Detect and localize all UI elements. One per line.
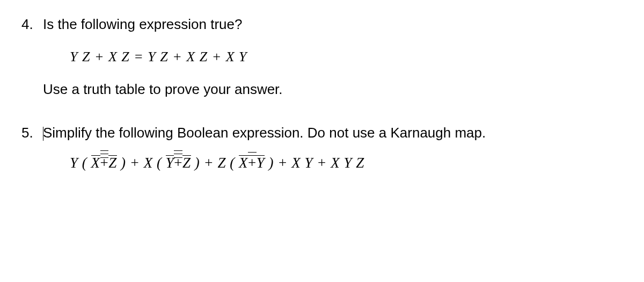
plus-double-bar: + — [248, 155, 257, 171]
problem-4-header: 4. Is the following expression true? — [21, 16, 623, 33]
problem-4-expression: Y Z + X Z = Y Z + X Z + X Y — [70, 49, 623, 65]
problem-5: 5. Simplify the following Boolean expres… — [21, 125, 623, 171]
y-bar: Y — [257, 155, 265, 171]
plus-triple-bar: + — [174, 155, 182, 171]
problem-4: 4. Is the following expression true? Y Z… — [21, 16, 623, 98]
problem-5-header: 5. Simplify the following Boolean expres… — [21, 125, 623, 141]
z-bar: Z — [108, 155, 117, 171]
expr-part: ) + Z ( — [191, 155, 239, 171]
problem-4-instruction: Use a truth table to prove your answer. — [43, 81, 623, 98]
expr-part: ) + X Y + X Y Z — [265, 155, 364, 171]
text-cursor — [43, 127, 43, 141]
problem-5-expression: Y ( X+Z ) + X ( Y+Z ) + Z ( X+Y ) + X Y … — [70, 155, 623, 171]
problem-5-question: Simplify the following Boolean expressio… — [43, 125, 623, 141]
problem-5-number: 5. — [21, 125, 43, 141]
x-bar: X — [239, 155, 248, 171]
expr-part: ) + X ( — [117, 155, 166, 171]
z-bar: Z — [182, 155, 191, 171]
expr-part: Y ( — [70, 155, 91, 171]
plus-triple-bar: + — [100, 155, 109, 171]
problem-4-number: 4. — [21, 16, 43, 33]
problem-5-question-text: Simplify the following Boolean expressio… — [43, 125, 486, 141]
y-bar: Y — [166, 155, 174, 171]
problem-4-question: Is the following expression true? — [43, 16, 623, 33]
x-bar: X — [91, 155, 100, 171]
